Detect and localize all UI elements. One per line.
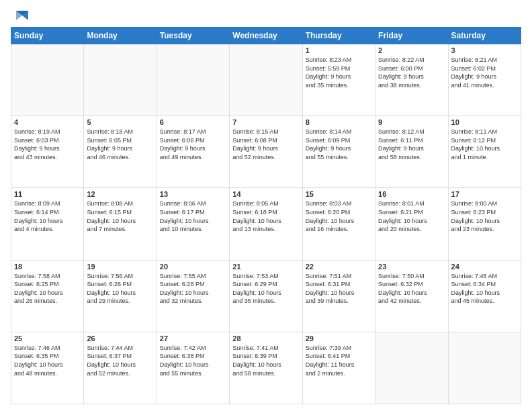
day-info: Sunrise: 8:19 AM Sunset: 6:03 PM Dayligh… xyxy=(14,128,81,161)
calendar-cell: 20Sunrise: 7:55 AM Sunset: 6:28 PM Dayli… xyxy=(157,260,229,332)
calendar-cell: 21Sunrise: 7:53 AM Sunset: 6:29 PM Dayli… xyxy=(230,260,302,332)
day-number: 19 xyxy=(87,263,153,271)
day-number: 10 xyxy=(451,118,518,126)
day-info: Sunrise: 7:51 AM Sunset: 6:31 PM Dayligh… xyxy=(306,272,372,306)
calendar-cell: 25Sunrise: 7:46 AM Sunset: 6:35 PM Dayli… xyxy=(11,332,84,404)
calendar-cell: 19Sunrise: 7:56 AM Sunset: 6:26 PM Dayli… xyxy=(84,260,157,332)
day-number: 17 xyxy=(451,190,518,198)
calendar-cell: 9Sunrise: 8:12 AM Sunset: 6:11 PM Daylig… xyxy=(375,116,448,188)
day-info: Sunrise: 8:14 AM Sunset: 6:09 PM Dayligh… xyxy=(306,128,372,161)
day-number: 27 xyxy=(160,334,226,342)
day-number: 13 xyxy=(160,190,226,198)
day-number: 1 xyxy=(306,46,372,54)
day-number: 3 xyxy=(451,46,518,54)
day-info: Sunrise: 7:53 AM Sunset: 6:29 PM Dayligh… xyxy=(232,272,299,306)
day-info: Sunrise: 7:46 AM Sunset: 6:35 PM Dayligh… xyxy=(14,344,81,377)
day-info: Sunrise: 8:08 AM Sunset: 6:15 PM Dayligh… xyxy=(87,199,153,233)
week-row-1: 4Sunrise: 8:19 AM Sunset: 6:03 PM Daylig… xyxy=(11,116,521,188)
day-number: 7 xyxy=(232,118,299,126)
day-number: 15 xyxy=(306,190,372,198)
day-info: Sunrise: 7:50 AM Sunset: 6:32 PM Dayligh… xyxy=(378,272,445,306)
day-info: Sunrise: 7:56 AM Sunset: 6:26 PM Dayligh… xyxy=(87,272,153,306)
day-info: Sunrise: 8:15 AM Sunset: 6:08 PM Dayligh… xyxy=(232,128,299,161)
day-number: 8 xyxy=(306,118,372,126)
calendar-cell: 4Sunrise: 8:19 AM Sunset: 6:03 PM Daylig… xyxy=(11,116,84,188)
calendar-cell: 18Sunrise: 7:58 AM Sunset: 6:25 PM Dayli… xyxy=(11,260,84,332)
calendar-cell: 6Sunrise: 8:17 AM Sunset: 6:06 PM Daylig… xyxy=(157,116,229,188)
calendar-cell xyxy=(84,44,157,116)
logo-icon xyxy=(13,8,28,23)
day-info: Sunrise: 8:00 AM Sunset: 6:23 PM Dayligh… xyxy=(451,199,518,233)
calendar-cell: 7Sunrise: 8:15 AM Sunset: 6:08 PM Daylig… xyxy=(230,116,302,188)
day-info: Sunrise: 8:09 AM Sunset: 6:14 PM Dayligh… xyxy=(14,199,81,233)
day-info: Sunrise: 7:41 AM Sunset: 6:39 PM Dayligh… xyxy=(232,344,299,377)
calendar-cell xyxy=(448,332,521,404)
day-info: Sunrise: 8:01 AM Sunset: 6:21 PM Dayligh… xyxy=(378,199,445,233)
day-info: Sunrise: 8:23 AM Sunset: 5:59 PM Dayligh… xyxy=(306,56,372,89)
day-number: 14 xyxy=(232,190,299,198)
week-row-3: 18Sunrise: 7:58 AM Sunset: 6:25 PM Dayli… xyxy=(11,260,521,332)
day-number: 24 xyxy=(451,263,518,271)
day-number: 29 xyxy=(306,334,372,342)
day-number: 16 xyxy=(378,190,445,198)
calendar-cell: 24Sunrise: 7:48 AM Sunset: 6:34 PM Dayli… xyxy=(448,260,521,332)
calendar-cell: 8Sunrise: 8:14 AM Sunset: 6:09 PM Daylig… xyxy=(302,116,375,188)
calendar-cell: 5Sunrise: 8:18 AM Sunset: 6:05 PM Daylig… xyxy=(84,116,157,188)
calendar-cell: 12Sunrise: 8:08 AM Sunset: 6:15 PM Dayli… xyxy=(84,188,157,260)
day-info: Sunrise: 7:39 AM Sunset: 6:41 PM Dayligh… xyxy=(306,344,372,377)
weekday-header-sunday: Sunday xyxy=(11,28,84,44)
calendar-cell: 1Sunrise: 8:23 AM Sunset: 5:59 PM Daylig… xyxy=(302,44,375,116)
weekday-header-tuesday: Tuesday xyxy=(157,28,229,44)
day-number: 20 xyxy=(160,263,226,271)
calendar-cell: 3Sunrise: 8:21 AM Sunset: 6:02 PM Daylig… xyxy=(448,44,521,116)
calendar-cell: 15Sunrise: 8:03 AM Sunset: 6:20 PM Dayli… xyxy=(302,188,375,260)
calendar-cell: 27Sunrise: 7:42 AM Sunset: 6:38 PM Dayli… xyxy=(157,332,229,404)
day-info: Sunrise: 8:11 AM Sunset: 6:12 PM Dayligh… xyxy=(451,128,518,161)
calendar-cell: 26Sunrise: 7:44 AM Sunset: 6:37 PM Dayli… xyxy=(84,332,157,404)
day-info: Sunrise: 8:22 AM Sunset: 6:00 PM Dayligh… xyxy=(378,56,445,89)
day-info: Sunrise: 7:48 AM Sunset: 6:34 PM Dayligh… xyxy=(451,272,518,306)
weekday-header-row: SundayMondayTuesdayWednesdayThursdayFrid… xyxy=(11,28,521,44)
day-info: Sunrise: 8:18 AM Sunset: 6:05 PM Dayligh… xyxy=(87,128,153,161)
calendar-cell xyxy=(157,44,229,116)
day-info: Sunrise: 8:05 AM Sunset: 6:18 PM Dayligh… xyxy=(232,199,299,233)
day-number: 2 xyxy=(378,46,445,54)
day-info: Sunrise: 8:06 AM Sunset: 6:17 PM Dayligh… xyxy=(160,199,226,233)
calendar-cell: 23Sunrise: 7:50 AM Sunset: 6:32 PM Dayli… xyxy=(375,260,448,332)
day-number: 22 xyxy=(306,263,372,271)
day-info: Sunrise: 7:55 AM Sunset: 6:28 PM Dayligh… xyxy=(160,272,226,306)
day-number: 25 xyxy=(14,334,81,342)
week-row-2: 11Sunrise: 8:09 AM Sunset: 6:14 PM Dayli… xyxy=(11,188,521,260)
calendar-cell: 10Sunrise: 8:11 AM Sunset: 6:12 PM Dayli… xyxy=(448,116,521,188)
weekday-header-friday: Friday xyxy=(375,28,448,44)
day-number: 23 xyxy=(378,263,445,271)
calendar-cell xyxy=(375,332,448,404)
day-info: Sunrise: 7:58 AM Sunset: 6:25 PM Dayligh… xyxy=(14,272,81,306)
calendar-cell: 14Sunrise: 8:05 AM Sunset: 6:18 PM Dayli… xyxy=(230,188,302,260)
day-info: Sunrise: 8:21 AM Sunset: 6:02 PM Dayligh… xyxy=(451,56,518,89)
day-number: 4 xyxy=(14,118,81,126)
weekday-header-monday: Monday xyxy=(84,28,157,44)
day-number: 9 xyxy=(378,118,445,126)
day-number: 18 xyxy=(14,263,81,271)
top-header xyxy=(11,8,521,23)
calendar-cell: 28Sunrise: 7:41 AM Sunset: 6:39 PM Dayli… xyxy=(230,332,302,404)
logo xyxy=(11,8,28,23)
weekday-header-thursday: Thursday xyxy=(302,28,375,44)
calendar-cell: 11Sunrise: 8:09 AM Sunset: 6:14 PM Dayli… xyxy=(11,188,84,260)
calendar-cell xyxy=(230,44,302,116)
calendar-cell: 17Sunrise: 8:00 AM Sunset: 6:23 PM Dayli… xyxy=(448,188,521,260)
calendar-cell: 22Sunrise: 7:51 AM Sunset: 6:31 PM Dayli… xyxy=(302,260,375,332)
day-number: 12 xyxy=(87,190,153,198)
day-info: Sunrise: 7:44 AM Sunset: 6:37 PM Dayligh… xyxy=(87,344,153,377)
day-number: 26 xyxy=(87,334,153,342)
calendar-cell: 29Sunrise: 7:39 AM Sunset: 6:41 PM Dayli… xyxy=(302,332,375,404)
day-number: 6 xyxy=(160,118,226,126)
weekday-header-wednesday: Wednesday xyxy=(230,28,302,44)
day-info: Sunrise: 8:03 AM Sunset: 6:20 PM Dayligh… xyxy=(306,199,372,233)
day-info: Sunrise: 8:12 AM Sunset: 6:11 PM Dayligh… xyxy=(378,128,445,161)
calendar-table: SundayMondayTuesdayWednesdayThursdayFrid… xyxy=(11,27,521,404)
week-row-0: 1Sunrise: 8:23 AM Sunset: 5:59 PM Daylig… xyxy=(11,44,521,116)
day-number: 21 xyxy=(232,263,299,271)
day-number: 5 xyxy=(87,118,153,126)
